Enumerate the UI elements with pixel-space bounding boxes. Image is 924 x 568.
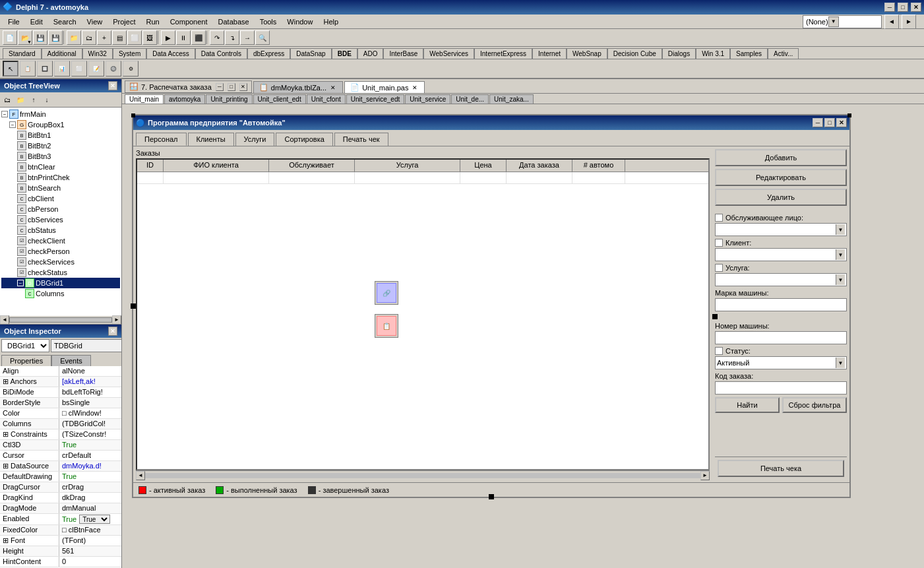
save-btn[interactable]: 💾	[33, 30, 47, 45]
palette-tab-ado[interactable]: ADO	[357, 48, 384, 59]
tree-item-checkperson[interactable]: ☑ checkPerson	[1, 246, 120, 257]
client-checkbox[interactable]	[715, 239, 723, 247]
tree-item-dbgrid1[interactable]: − D DBGrid1	[1, 278, 120, 288]
tree-btn-down[interactable]: ↓	[41, 94, 53, 106]
inner-max-btn[interactable]: □	[824, 118, 835, 127]
run-cursor-btn[interactable]: →	[240, 30, 255, 45]
delete-btn[interactable]: Удалить	[715, 189, 847, 206]
unit-tab-cfont[interactable]: Unit_cfont	[307, 94, 346, 104]
scroll-left[interactable]: ◄	[0, 315, 9, 325]
service-arrow-icon[interactable]: ▼	[836, 274, 845, 285]
trace-into-btn[interactable]: ↴	[225, 30, 239, 45]
tree-btn-up[interactable]: ↑	[28, 94, 40, 106]
col-service[interactable]: Услуга	[355, 160, 460, 172]
scroll-right[interactable]: ►	[112, 315, 121, 325]
palette-item-1[interactable]: 📋	[20, 61, 36, 77]
service-person-arrow-icon[interactable]: ▼	[836, 224, 845, 235]
raspr-max[interactable]: □	[228, 83, 235, 91]
palette-item-3[interactable]: 📊	[54, 61, 70, 77]
inner-tab-services[interactable]: Услуги	[235, 133, 275, 146]
palette-tab-dialogs[interactable]: Dialogs	[662, 48, 696, 59]
grid-h-scrollbar[interactable]: ◄ ►	[136, 470, 710, 480]
tree-item-bitbtn2[interactable]: B BitBtn2	[1, 141, 120, 151]
inner-tab-clients[interactable]: Клиенты	[188, 133, 234, 146]
tree-btn-1[interactable]: 🗂	[1, 94, 13, 106]
unit-tab-printing[interactable]: Unit_printing	[206, 94, 252, 104]
tree-item-checkclient[interactable]: ☑ checkClient	[1, 236, 120, 246]
unit-tab-client-edt[interactable]: Unit_client_edt	[253, 94, 306, 104]
expand-groupbox1[interactable]: −	[9, 121, 16, 128]
view-unit-btn[interactable]: ▤	[112, 30, 127, 45]
inspector-tab-events[interactable]: Events	[51, 355, 91, 366]
unit-tab-service[interactable]: Unit_service	[405, 94, 450, 104]
db-grid[interactable]: ID ФИО клиента Обслуживает Услуга Цена Д…	[136, 158, 710, 470]
inner-close-btn[interactable]: ✕	[836, 118, 847, 127]
component-combo[interactable]: (None) ▼	[803, 15, 882, 28]
palette-tab-datacontrols[interactable]: Data Controls	[195, 48, 247, 59]
object-selector[interactable]: DBGrid1	[1, 339, 49, 352]
palette-tab-samples[interactable]: Samples	[730, 48, 768, 59]
menu-project[interactable]: Project	[108, 16, 140, 27]
palette-tab-win32[interactable]: Win32	[82, 48, 113, 59]
tab-dmmoyka[interactable]: 📋 dmMoyka.tblZa... ✕	[253, 81, 343, 93]
palette-tab-websnap[interactable]: WebSnap	[567, 48, 607, 59]
open-btn[interactable]: 📂 ▼	[18, 30, 32, 45]
col-fio[interactable]: ФИО клиента	[164, 160, 269, 172]
palette-tab-internetexpress[interactable]: InternetExpress	[474, 48, 532, 59]
palette-tab-webservices[interactable]: WebServices	[423, 48, 474, 59]
tree-item-btnclear[interactable]: B btnClear	[1, 162, 120, 172]
floating-comp-2[interactable]: 📋	[375, 314, 398, 338]
palette-tab-additional[interactable]: Additional	[42, 48, 82, 59]
menu-component[interactable]: Component	[165, 16, 213, 27]
tree-item-checkstatus[interactable]: ☑ checkStatus	[1, 267, 120, 278]
menu-help[interactable]: Help	[318, 16, 344, 27]
forward-btn[interactable]: ►	[902, 15, 916, 29]
save-all-btn[interactable]: 💾	[48, 30, 63, 45]
expand-frmmain[interactable]: −	[1, 111, 8, 117]
tree-item-cbstatus[interactable]: C cbStatus	[1, 225, 120, 236]
palette-item-5[interactable]: 📝	[88, 61, 104, 77]
raspr-window-tab[interactable]: 🪟 7. Распечатка заказа ─ □ ✕	[125, 80, 252, 93]
inner-tab-print[interactable]: Печать чек	[334, 133, 388, 146]
palette-tab-activ[interactable]: Activ...	[768, 48, 799, 59]
palette-tab-datasnap[interactable]: DataSnap	[290, 48, 331, 59]
status-arrow-icon[interactable]: ▼	[836, 358, 845, 368]
palette-tab-dataaccess[interactable]: Data Access	[146, 48, 195, 59]
menu-run[interactable]: Run	[140, 16, 164, 27]
palette-item-7[interactable]: ⚙	[123, 61, 139, 77]
palette-tab-standard[interactable]: Standard	[3, 48, 42, 59]
inspector-tab-properties[interactable]: Properties	[1, 355, 51, 366]
tab-unit-main[interactable]: 📄 Unit_main.pas ✕	[344, 81, 425, 93]
unit-tab-service-edt[interactable]: Unit_service_edt	[346, 94, 404, 104]
menu-view[interactable]: View	[82, 16, 108, 27]
inner-tab-personal[interactable]: Персонал	[136, 133, 187, 146]
save-project-btn[interactable]: 🗂	[82, 30, 96, 45]
order-code-input[interactable]	[715, 381, 847, 394]
col-price[interactable]: Цена	[460, 160, 507, 172]
dmmoyka-close-icon[interactable]: ✕	[329, 84, 337, 92]
menu-tools[interactable]: Tools	[255, 16, 282, 27]
unit-tab-de[interactable]: Unit_de...	[451, 94, 489, 104]
service-person-checkbox[interactable]	[715, 214, 723, 222]
car-number-input[interactable]	[715, 331, 847, 344]
menu-window[interactable]: Window	[282, 16, 318, 27]
find-btn[interactable]: Найти	[715, 397, 780, 413]
palette-item-2[interactable]: 🔲	[37, 61, 53, 77]
raspr-min[interactable]: ─	[216, 83, 224, 91]
raspr-close[interactable]: ✕	[239, 83, 247, 91]
car-brand-input[interactable]	[715, 298, 847, 311]
print-check-btn[interactable]: Печать чека	[718, 460, 844, 477]
step-over-btn[interactable]: ↷	[210, 30, 224, 45]
client-combo[interactable]: ▼	[715, 248, 847, 261]
tree-item-columns[interactable]: C Columns	[1, 288, 120, 299]
tree-item-btnprintchek[interactable]: B btnPrintChek	[1, 172, 120, 183]
tree-btn-2[interactable]: 📁	[15, 94, 26, 106]
back-btn[interactable]: ◄	[884, 15, 899, 29]
tree-item-checkservices[interactable]: ☑ checkServices	[1, 257, 120, 267]
tree-item-frmmain[interactable]: − F frmMain	[1, 109, 120, 119]
tree-item-bitbtn3[interactable]: B BitBtn3	[1, 151, 120, 162]
menu-search[interactable]: Search	[48, 16, 82, 27]
service-combo[interactable]: ▼	[715, 273, 847, 286]
combo-arrow-icon[interactable]: ▼	[828, 16, 839, 27]
scroll-thumb[interactable]	[145, 473, 700, 478]
